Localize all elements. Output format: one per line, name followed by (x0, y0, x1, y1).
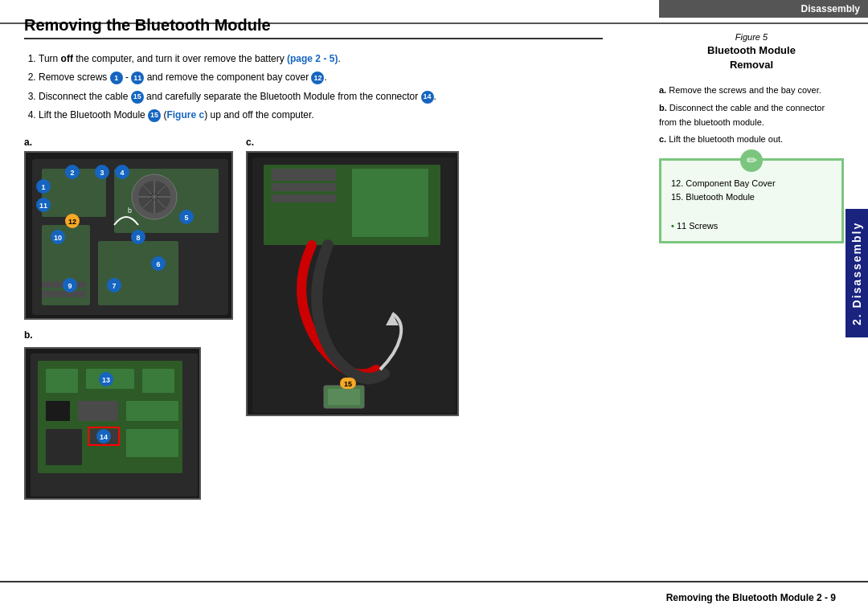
section-label: Disassembly (801, 3, 860, 14)
svg-rect-61 (272, 183, 336, 191)
image-b: 13 14 (24, 347, 201, 500)
main-content: Removing the Bluetooth Module Turn off t… (0, 0, 627, 578)
note-box: ✏ 12. Component Bay Cover 15. Bluetooth … (659, 158, 844, 243)
svg-rect-14 (42, 291, 86, 297)
note-item-12: 12. Component Bay Cover (671, 177, 832, 191)
badge-1: 1 (110, 72, 123, 84)
right-panel: Figure 5 Bluetooth Module Removal a. Rem… (659, 32, 844, 243)
svg-rect-49 (46, 429, 82, 465)
svg-rect-45 (142, 369, 174, 393)
badge-12: 12 (311, 72, 324, 84)
image-a-label: a. (24, 137, 233, 148)
image-b-container: b. (24, 329, 233, 500)
svg-text:11: 11 (39, 202, 47, 210)
svg-text:4: 4 (120, 169, 124, 177)
svg-rect-66 (328, 389, 360, 405)
svg-rect-62 (272, 194, 336, 202)
svg-text:5: 5 (184, 214, 188, 222)
badge-14: 14 (421, 91, 434, 104)
page-title: Removing the Bluetooth Module (24, 16, 603, 39)
instruction-4: Lift the Bluetooth Module 15 (Figure c) … (39, 107, 603, 123)
svg-text:6: 6 (156, 260, 160, 268)
svg-text:7: 7 (112, 282, 116, 290)
svg-rect-51 (126, 429, 178, 457)
col-ab: a. (24, 137, 233, 500)
svg-rect-60 (272, 169, 336, 181)
svg-rect-63 (352, 169, 428, 237)
image-c-container: c. (246, 137, 459, 416)
footer: Removing the Bluetooth Module 2 - 9 (0, 581, 868, 613)
image-b-svg: 13 14 (26, 349, 201, 500)
figure-note-c: c. Lift the bluetooth module out. (659, 133, 844, 147)
image-c-label: c. (246, 137, 459, 148)
footer-text: Removing the Bluetooth Module 2 - 9 (666, 592, 836, 603)
svg-text:2: 2 (70, 169, 74, 177)
svg-text:9: 9 (68, 282, 72, 290)
svg-rect-47 (78, 401, 118, 421)
instructions: Turn off the computer, and turn it over … (24, 51, 603, 124)
svg-text:1: 1 (41, 183, 45, 191)
figure-note-a: a. Remove the screws and the bay cover. (659, 84, 844, 98)
svg-text:b: b (128, 206, 132, 215)
badge-15b: 15 (148, 109, 161, 122)
image-b-label: b. (24, 329, 233, 341)
badge-11: 11 (131, 72, 144, 84)
svg-rect-5 (98, 241, 178, 305)
figure-caption: Figure 5 (659, 32, 844, 42)
svg-rect-43 (46, 369, 78, 393)
svg-rect-48 (126, 401, 178, 421)
note-icon: ✏ (740, 149, 763, 172)
svg-text:12: 12 (68, 218, 76, 226)
figure-note-b: b. Disconnect the cable and the connecto… (659, 101, 844, 129)
image-a-svg: 1 2 3 4 5 (26, 153, 233, 320)
svg-text:10: 10 (54, 234, 62, 242)
image-c: 15 (246, 151, 459, 416)
instruction-2: Remove screws 1 - 11 and remove the comp… (39, 69, 603, 85)
note-bullet: • 11 Screws (671, 219, 832, 234)
image-a: 1 2 3 4 5 (24, 151, 233, 320)
note-box-content: 12. Component Bay Cover 15. Bluetooth Mo… (671, 177, 832, 233)
instruction-3: Disconnect the cable 15 and carefully se… (39, 88, 603, 104)
section-header: Disassembly (659, 0, 868, 18)
svg-text:3: 3 (100, 169, 104, 177)
svg-text:15: 15 (344, 380, 352, 388)
figure-title: Bluetooth Module Removal (659, 43, 844, 72)
figure-notes: a. Remove the screws and the bay cover. … (659, 84, 844, 146)
svg-text:14: 14 (100, 433, 108, 441)
images-row-top: a. (24, 137, 603, 500)
svg-text:13: 13 (102, 376, 110, 384)
svg-rect-46 (46, 401, 70, 421)
image-c-svg: 15 (248, 153, 459, 416)
sidebar-tab: 2. Disassembly (845, 209, 868, 337)
svg-text:8: 8 (136, 234, 140, 242)
figure-c-link[interactable]: Figure c (166, 109, 204, 121)
instruction-1: Turn off the computer, and turn it over … (39, 51, 603, 67)
note-item-15: 15. Bluetooth Module (671, 190, 832, 205)
badge-15a: 15 (131, 91, 144, 104)
page-link[interactable]: (page 2 - 5) (287, 53, 338, 64)
images-section: a. (24, 137, 603, 500)
image-a-container: a. (24, 137, 233, 320)
